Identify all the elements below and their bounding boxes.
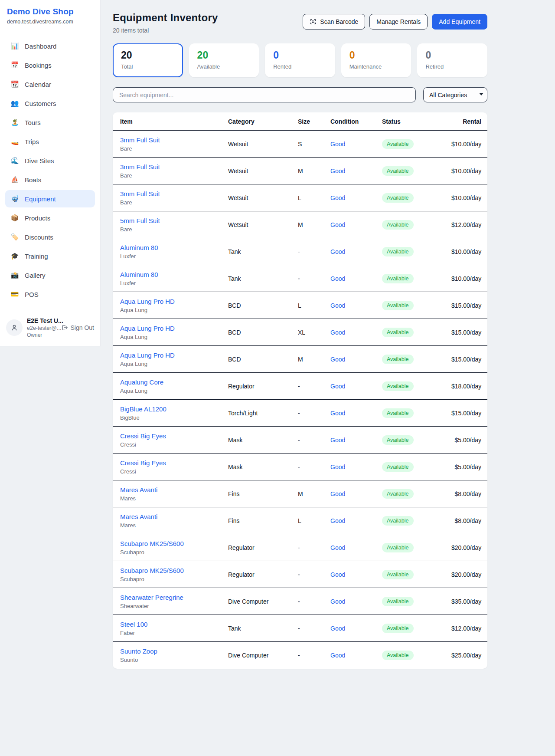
table-row: Aqua Lung Pro HD Aqua Lung BCD L Good Av…: [113, 292, 487, 319]
item-category: BCD: [228, 302, 298, 309]
sidebar-item-label: Training: [25, 253, 48, 260]
item-brand: Aqua Lung: [120, 307, 228, 313]
sidebar-item-discounts[interactable]: 🏷️ Discounts: [5, 228, 95, 246]
item-category: Dive Computer: [228, 598, 298, 605]
item-condition: Good: [330, 302, 382, 309]
item-name-link[interactable]: Scubapro MK25/S600: [120, 540, 228, 547]
stat-value: 0: [425, 49, 479, 61]
item-name-link[interactable]: Suunto Zoop: [120, 648, 228, 655]
add-equipment-label: Add Equipment: [439, 18, 480, 25]
status-badge: Available: [382, 462, 414, 472]
status-badge: Available: [382, 274, 414, 283]
item-name-link[interactable]: 3mm Full Suit: [120, 190, 228, 197]
search-input[interactable]: [113, 87, 416, 102]
table-row: Mares Avanti Mares Fins M Good Available…: [113, 480, 487, 507]
item-condition: Good: [330, 356, 382, 363]
sidebar-item-trips[interactable]: 🚤 Trips: [5, 133, 95, 150]
sidebar-item-label: Dashboard: [25, 43, 56, 50]
status-badge: Available: [382, 651, 414, 660]
item-name-link[interactable]: Cressi Big Eyes: [120, 459, 228, 467]
sidebar-item-gallery[interactable]: 📸 Gallery: [5, 266, 95, 284]
add-equipment-button[interactable]: Add Equipment: [432, 14, 487, 30]
user-icon: [10, 324, 18, 332]
sidebar-item-boats[interactable]: ⛵ Boats: [5, 171, 95, 188]
item-name-link[interactable]: 3mm Full Suit: [120, 163, 228, 171]
sidebar-item-calendar[interactable]: 📆 Calendar: [5, 76, 95, 93]
manage-rentals-button[interactable]: Manage Rentals: [369, 14, 428, 30]
item-name-link[interactable]: Aqua Lung Pro HD: [120, 352, 228, 359]
item-name-link[interactable]: Aluminum 80: [120, 271, 228, 278]
item-name-link[interactable]: BigBlue AL1200: [120, 405, 228, 413]
filters-row: All Categories: [113, 87, 487, 102]
sidebar-item-tours[interactable]: 🏝️ Tours: [5, 114, 95, 131]
item-name-link[interactable]: 3mm Full Suit: [120, 136, 228, 144]
item-rental: $35.00/day: [451, 598, 481, 605]
pos-icon: 💳: [10, 290, 19, 298]
item-category: Regulator: [228, 383, 298, 390]
sidebar-item-dashboard[interactable]: 📊 Dashboard: [5, 37, 95, 55]
item-name-link[interactable]: Shearwater Peregrine: [120, 594, 228, 601]
item-rental: $20.00/day: [451, 544, 481, 551]
item-size: -: [298, 463, 330, 470]
item-size: -: [298, 544, 330, 551]
table-row: 3mm Full Suit Bare Wetsuit L Good Availa…: [113, 184, 487, 211]
item-brand: Luxfer: [120, 253, 228, 260]
sidebar-item-training[interactable]: 🎓 Training: [5, 247, 95, 265]
item-condition: Good: [330, 221, 382, 228]
item-name-link[interactable]: 5mm Full Suit: [120, 217, 228, 224]
stat-value: 20: [197, 49, 251, 61]
page-header: Equipment Inventory 20 items total: [113, 12, 487, 34]
item-category: Tank: [228, 625, 298, 632]
discounts-icon: 🏷️: [10, 233, 19, 241]
item-rental: $12.00/day: [451, 221, 481, 228]
item-name-link[interactable]: Aluminum 80: [120, 244, 228, 251]
item-name-link[interactable]: Mares Avanti: [120, 513, 228, 520]
item-rental: $15.00/day: [451, 302, 481, 309]
stat-card-maintenance[interactable]: 0 Maintenance: [341, 43, 411, 77]
sidebar-item-products[interactable]: 📦 Products: [5, 209, 95, 227]
sidebar-item-dive-sites[interactable]: 🌊 Dive Sites: [5, 152, 95, 169]
stat-card-retired[interactable]: 0 Retired: [417, 43, 487, 77]
status-badge: Available: [382, 247, 414, 256]
products-icon: 📦: [10, 214, 19, 222]
column-header-category: Category: [228, 118, 298, 125]
table-row: Aluminum 80 Luxfer Tank - Good Available…: [113, 238, 487, 265]
column-header-status: Status: [382, 118, 451, 125]
stat-label: Rented: [273, 63, 327, 70]
sidebar-item-equipment[interactable]: 🤿 Equipment: [5, 190, 95, 207]
item-name-link[interactable]: Aqua Lung Pro HD: [120, 325, 228, 332]
item-name-link[interactable]: Scubapro MK25/S600: [120, 567, 228, 574]
item-name-link[interactable]: Steel 100: [120, 621, 228, 628]
item-name-link[interactable]: Cressi Big Eyes: [120, 432, 228, 440]
item-category: Wetsuit: [228, 141, 298, 148]
item-name-link[interactable]: Aqualung Core: [120, 378, 228, 386]
dashboard-icon: 📊: [10, 42, 19, 50]
item-rental: $10.00/day: [451, 141, 481, 148]
category-select[interactable]: All Categories: [423, 87, 487, 102]
table-row: Steel 100 Faber Tank - Good Available $1…: [113, 615, 487, 642]
item-rental: $10.00/day: [451, 168, 481, 174]
stat-card-rented[interactable]: 0 Rented: [265, 43, 335, 77]
user-meta: E2E Test U... e2e-tester@... Owner: [27, 317, 57, 338]
table-row: Shearwater Peregrine Shearwater Dive Com…: [113, 588, 487, 615]
sidebar-item-label: Dive Sites: [25, 157, 54, 164]
scan-barcode-button[interactable]: Scan Barcode: [303, 14, 365, 30]
item-condition: Good: [330, 383, 382, 390]
item-category: Mask: [228, 437, 298, 444]
item-rental: $8.00/day: [451, 517, 481, 524]
sidebar-item-customers[interactable]: 👥 Customers: [5, 95, 95, 112]
sign-out-button[interactable]: Sign Out: [61, 324, 94, 331]
stat-card-total[interactable]: 20 Total: [113, 43, 183, 77]
stat-label: Available: [197, 63, 251, 70]
item-name-link[interactable]: Aqua Lung Pro HD: [120, 298, 228, 305]
stat-value: 0: [273, 49, 327, 61]
stat-card-available[interactable]: 20 Available: [189, 43, 259, 77]
status-badge: Available: [382, 516, 414, 526]
item-brand: Cressi: [120, 468, 228, 475]
sidebar-item-bookings[interactable]: 📅 Bookings: [5, 56, 95, 74]
item-size: L: [298, 194, 330, 201]
sign-out-icon: [61, 324, 68, 331]
sidebar-item-pos[interactable]: 💳 POS: [5, 286, 95, 303]
stat-value: 0: [349, 49, 403, 61]
item-name-link[interactable]: Mares Avanti: [120, 486, 228, 493]
